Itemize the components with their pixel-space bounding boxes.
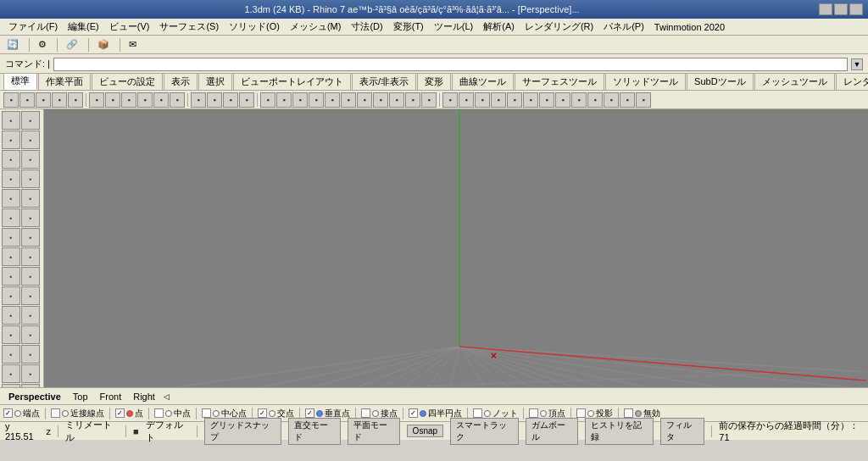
export-3d-button[interactable]: 📦 bbox=[94, 38, 114, 51]
menu-item-12[interactable]: Twinmotion 2020 bbox=[649, 20, 730, 34]
icon-btn-27[interactable]: ▪ bbox=[405, 92, 420, 108]
icon-btn-36[interactable]: ▪ bbox=[539, 92, 554, 108]
connect-button[interactable]: 🔗 bbox=[63, 38, 83, 51]
command-options-icon[interactable]: ▼ bbox=[851, 58, 863, 70]
tab-9[interactable]: サーフェスツール bbox=[515, 74, 604, 90]
tab-7[interactable]: 変形 bbox=[417, 74, 451, 90]
icon-btn-8[interactable]: ▪ bbox=[121, 92, 136, 108]
left-tool-7-1[interactable]: ▪ bbox=[21, 247, 40, 266]
menu-item-4[interactable]: ソリッド(O) bbox=[224, 19, 285, 35]
icon-btn-1[interactable]: ▪ bbox=[19, 92, 35, 108]
view-tab-front[interactable]: Front bbox=[97, 392, 125, 402]
minimize-button[interactable] bbox=[819, 3, 832, 15]
icon-btn-13[interactable]: ▪ bbox=[191, 92, 206, 108]
tab-13[interactable]: レンダリングツール bbox=[836, 74, 868, 90]
status-btn-filter[interactable]: フィルタ bbox=[660, 418, 704, 445]
snap-checkbox-3[interactable] bbox=[154, 408, 164, 418]
icon-btn-41[interactable]: ▪ bbox=[620, 92, 635, 108]
snap-checkbox-7[interactable] bbox=[361, 408, 370, 418]
menu-item-10[interactable]: レンダリング(R) bbox=[520, 19, 598, 35]
snap-checkbox-0[interactable]: ✓ bbox=[3, 408, 13, 418]
snap-checkbox-12[interactable] bbox=[624, 408, 633, 418]
icon-btn-11[interactable]: ▪ bbox=[170, 92, 185, 108]
left-tool-1-1[interactable]: ▪ bbox=[21, 131, 40, 149]
left-tool-3-0[interactable]: ▪ bbox=[2, 169, 20, 188]
sync-button[interactable]: 🔄 bbox=[3, 38, 24, 51]
icon-btn-23[interactable]: ▪ bbox=[341, 92, 356, 108]
icon-btn-39[interactable]: ▪ bbox=[587, 92, 603, 108]
tab-3[interactable]: 表示 bbox=[164, 74, 198, 90]
icon-btn-18[interactable]: ▪ bbox=[260, 92, 275, 108]
view-tabs-arrow[interactable]: ◁ bbox=[164, 392, 170, 401]
left-tool-13-0[interactable]: ▪ bbox=[2, 364, 20, 383]
snap-checkbox-4[interactable] bbox=[202, 408, 211, 418]
tab-6[interactable]: 表示/非表示 bbox=[352, 74, 416, 90]
viewport[interactable]: × Y X Z bbox=[44, 109, 868, 387]
close-button[interactable] bbox=[849, 3, 863, 15]
snap-checkbox-2[interactable]: ✓ bbox=[115, 408, 125, 418]
left-tool-9-1[interactable]: ▪ bbox=[21, 286, 40, 305]
icon-btn-14[interactable]: ▪ bbox=[207, 92, 222, 108]
message-button[interactable]: ✉ bbox=[125, 38, 142, 51]
icon-btn-24[interactable]: ▪ bbox=[357, 92, 372, 108]
left-tool-0-0[interactable]: ▪ bbox=[2, 111, 20, 130]
view-tab-top[interactable]: Top bbox=[70, 392, 92, 402]
snap-checkbox-10[interactable] bbox=[529, 408, 538, 418]
status-btn-smart-track[interactable]: スマートラック bbox=[450, 418, 519, 445]
icon-btn-33[interactable]: ▪ bbox=[491, 92, 506, 108]
icon-btn-20[interactable]: ▪ bbox=[292, 92, 308, 108]
menu-item-1[interactable]: 編集(E) bbox=[63, 19, 104, 35]
status-btn-ortho[interactable]: 直交モード bbox=[288, 418, 341, 445]
left-tool-11-1[interactable]: ▪ bbox=[21, 325, 40, 344]
menu-item-5[interactable]: メッシュ(M) bbox=[285, 19, 347, 35]
icon-btn-9[interactable]: ▪ bbox=[137, 92, 153, 108]
status-btn-hist-record[interactable]: ヒストリを記録 bbox=[585, 418, 654, 445]
tab-10[interactable]: ソリッドツール bbox=[605, 74, 686, 90]
command-input[interactable] bbox=[53, 58, 848, 71]
snap-checkbox-11[interactable] bbox=[576, 408, 586, 418]
left-tool-8-0[interactable]: ▪ bbox=[2, 267, 20, 286]
icon-btn-16[interactable]: ▪ bbox=[239, 92, 254, 108]
icon-btn-6[interactable]: ▪ bbox=[89, 92, 104, 108]
menu-item-3[interactable]: サーフェス(S) bbox=[154, 19, 224, 35]
tab-12[interactable]: メッシュツール bbox=[754, 74, 835, 90]
tab-8[interactable]: 曲線ツール bbox=[452, 74, 514, 90]
icon-btn-35[interactable]: ▪ bbox=[523, 92, 538, 108]
icon-btn-40[interactable]: ▪ bbox=[604, 92, 619, 108]
left-tool-1-0[interactable]: ▪ bbox=[2, 131, 20, 149]
status-btn-planar[interactable]: 平面モード bbox=[348, 418, 400, 445]
left-tool-9-0[interactable]: ▪ bbox=[2, 286, 20, 305]
icon-btn-21[interactable]: ▪ bbox=[309, 92, 324, 108]
icon-btn-10[interactable]: ▪ bbox=[153, 92, 169, 108]
tab-2[interactable]: ビューの設定 bbox=[92, 74, 163, 90]
icon-btn-32[interactable]: ▪ bbox=[475, 92, 490, 108]
status-btn-osnap[interactable]: Osnap bbox=[407, 425, 443, 437]
icon-btn-28[interactable]: ▪ bbox=[421, 92, 437, 108]
snap-checkbox-8[interactable]: ✓ bbox=[409, 408, 418, 418]
left-tool-2-1[interactable]: ▪ bbox=[21, 150, 40, 169]
icon-btn-0[interactable]: ▪ bbox=[3, 92, 19, 108]
icon-btn-25[interactable]: ▪ bbox=[373, 92, 388, 108]
icon-btn-4[interactable]: ▪ bbox=[68, 92, 83, 108]
left-tool-5-1[interactable]: ▪ bbox=[21, 208, 40, 227]
left-tool-4-1[interactable]: ▪ bbox=[21, 189, 40, 208]
icon-btn-37[interactable]: ▪ bbox=[555, 92, 570, 108]
icon-btn-22[interactable]: ▪ bbox=[325, 92, 340, 108]
left-tool-6-0[interactable]: ▪ bbox=[2, 228, 20, 247]
menu-item-8[interactable]: ツール(L) bbox=[429, 19, 478, 35]
icon-btn-15[interactable]: ▪ bbox=[223, 92, 238, 108]
icon-btn-7[interactable]: ▪ bbox=[105, 92, 120, 108]
left-tool-12-0[interactable]: ▪ bbox=[2, 345, 20, 364]
left-tool-14-0[interactable]: ▪ bbox=[2, 384, 20, 387]
snap-checkbox-6[interactable]: ✓ bbox=[305, 408, 314, 418]
icon-btn-34[interactable]: ▪ bbox=[507, 92, 522, 108]
left-tool-8-1[interactable]: ▪ bbox=[21, 267, 40, 286]
left-tool-0-1[interactable]: ▪ bbox=[21, 111, 40, 130]
left-tool-14-1[interactable]: ▪ bbox=[21, 384, 40, 387]
menu-item-9[interactable]: 解析(A) bbox=[478, 19, 520, 35]
left-tool-5-0[interactable]: ▪ bbox=[2, 208, 20, 227]
icon-btn-2[interactable]: ▪ bbox=[36, 92, 51, 108]
menu-item-11[interactable]: パネル(P) bbox=[598, 19, 649, 35]
snap-checkbox-9[interactable] bbox=[473, 408, 482, 418]
left-tool-10-0[interactable]: ▪ bbox=[2, 306, 20, 325]
